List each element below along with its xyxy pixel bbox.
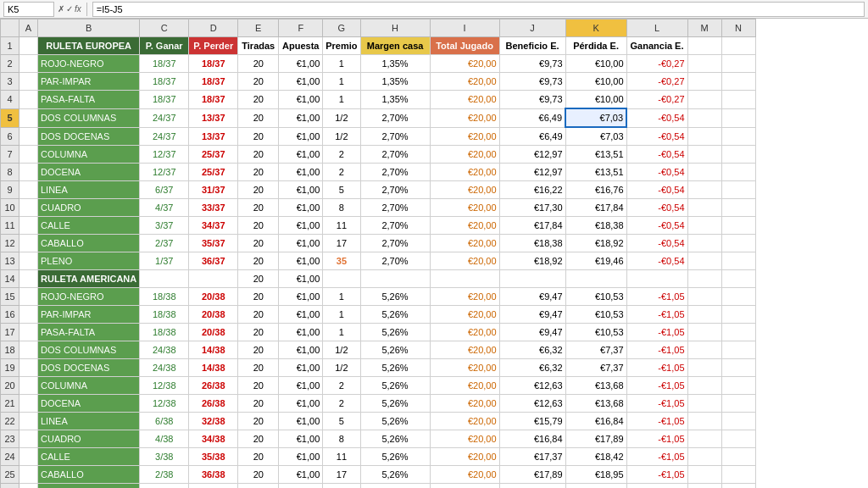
cell-n6[interactable]: [721, 127, 755, 146]
cell-b6[interactable]: DOS DOCENAS: [38, 127, 140, 146]
col-header-d[interactable]: D: [189, 19, 238, 37]
cell-d16[interactable]: 20/38: [189, 306, 238, 324]
cell-d3[interactable]: 18/37: [189, 73, 238, 91]
cell-d6[interactable]: 13/37: [189, 127, 238, 146]
cell-m23[interactable]: [687, 430, 721, 448]
cell-a18[interactable]: [19, 341, 38, 359]
cell-k23[interactable]: €17,89: [565, 430, 626, 448]
cell-n25[interactable]: [721, 466, 755, 484]
cell-j8[interactable]: €12,97: [499, 164, 565, 181]
cell-a7[interactable]: [19, 146, 38, 164]
cell-e4[interactable]: 20: [238, 91, 279, 109]
cell-f17[interactable]: €1,00: [279, 324, 323, 341]
cell-l6[interactable]: -€0,54: [626, 127, 687, 146]
cell-j22[interactable]: €15,79: [499, 413, 565, 430]
cell-e11[interactable]: 20: [238, 217, 279, 235]
cell-m26[interactable]: [687, 484, 721, 489]
cell-j12[interactable]: €18,38: [499, 235, 565, 252]
cell-l2[interactable]: -€0,27: [626, 55, 687, 73]
cell-g15[interactable]: 1: [323, 288, 360, 306]
cell-j9[interactable]: €16,22: [499, 181, 565, 199]
cell-c22[interactable]: 6/38: [140, 413, 189, 430]
cell-c2[interactable]: 18/37: [140, 55, 189, 73]
cell-h19[interactable]: 5,26%: [360, 359, 430, 377]
cell-d18[interactable]: 14/38: [189, 341, 238, 359]
cell-a17[interactable]: [19, 324, 38, 341]
cell-k4[interactable]: €10,00: [565, 91, 626, 109]
cell-c5[interactable]: 24/37: [140, 108, 189, 127]
cell-b25[interactable]: CABALLO: [38, 466, 140, 484]
cancel-formula-icon[interactable]: ✗: [58, 4, 64, 14]
cell-a11[interactable]: [19, 217, 38, 235]
cell-g10[interactable]: 8: [323, 199, 360, 217]
cell-n20[interactable]: [721, 377, 755, 395]
col-header-a[interactable]: A: [19, 19, 38, 37]
cell-l17[interactable]: -€1,05: [626, 324, 687, 341]
cell-i3[interactable]: €20,00: [430, 73, 499, 91]
cell-n10[interactable]: [721, 199, 755, 217]
cell-k7[interactable]: €13,51: [565, 146, 626, 164]
cell-d21[interactable]: 26/38: [189, 395, 238, 413]
cell-c10[interactable]: 4/37: [140, 199, 189, 217]
cell-k2[interactable]: €10,00: [565, 55, 626, 73]
cell-c19[interactable]: 24/38: [140, 359, 189, 377]
cell-m15[interactable]: [687, 288, 721, 306]
cell-c12[interactable]: 2/37: [140, 235, 189, 252]
cell-a14[interactable]: [19, 270, 38, 288]
cell-h24[interactable]: 5,26%: [360, 448, 430, 466]
cell-l24[interactable]: -€1,05: [626, 448, 687, 466]
cell-b21[interactable]: DOCENA: [38, 395, 140, 413]
cell-g24[interactable]: 11: [323, 448, 360, 466]
cell-h7[interactable]: 2,70%: [360, 146, 430, 164]
cell-j2[interactable]: €9,73: [499, 55, 565, 73]
cell-j3[interactable]: €9,73: [499, 73, 565, 91]
cell-i6[interactable]: €20,00: [430, 127, 499, 146]
cell-n23[interactable]: [721, 430, 755, 448]
cell-i18[interactable]: €20,00: [430, 341, 499, 359]
cell-b15[interactable]: ROJO-NEGRO: [38, 288, 140, 306]
cell-h15[interactable]: 5,26%: [360, 288, 430, 306]
col-header-j[interactable]: J: [499, 19, 565, 37]
cell-i11[interactable]: €20,00: [430, 217, 499, 235]
cell-j18[interactable]: €6,32: [499, 341, 565, 359]
cell-a5[interactable]: [19, 108, 38, 127]
cell-m16[interactable]: [687, 306, 721, 324]
cell-n13[interactable]: [721, 252, 755, 270]
cell-i13[interactable]: €20,00: [430, 252, 499, 270]
cell-d25[interactable]: 36/38: [189, 466, 238, 484]
cell-c16[interactable]: 18/38: [140, 306, 189, 324]
cell-m24[interactable]: [687, 448, 721, 466]
cell-d20[interactable]: 26/38: [189, 377, 238, 395]
cell-d23[interactable]: 34/38: [189, 430, 238, 448]
col-header-i[interactable]: I: [430, 19, 499, 37]
cell-a24[interactable]: [19, 448, 38, 466]
cell-c13[interactable]: 1/37: [140, 252, 189, 270]
cell-f26[interactable]: €1,00: [279, 484, 323, 489]
cell-a6[interactable]: [19, 127, 38, 146]
cell-g20[interactable]: 2: [323, 377, 360, 395]
cell-b20[interactable]: COLUMNA: [38, 377, 140, 395]
cell-b1[interactable]: RULETA EUROPEA: [38, 37, 140, 55]
cell-n22[interactable]: [721, 413, 755, 430]
cell-k10[interactable]: €17,84: [565, 199, 626, 217]
cell-m8[interactable]: [687, 164, 721, 181]
cell-g17[interactable]: 1: [323, 324, 360, 341]
cell-b10[interactable]: CUADRO: [38, 199, 140, 217]
col-header-g[interactable]: G: [323, 19, 360, 37]
cell-j4[interactable]: €9,73: [499, 91, 565, 109]
cell-f22[interactable]: €1,00: [279, 413, 323, 430]
cell-c11[interactable]: 3/37: [140, 217, 189, 235]
cell-e15[interactable]: 20: [238, 288, 279, 306]
cell-f10[interactable]: €1,00: [279, 199, 323, 217]
cell-c1[interactable]: P. Ganar: [140, 37, 189, 55]
cell-n14[interactable]: [721, 270, 755, 288]
cell-l12[interactable]: -€0,54: [626, 235, 687, 252]
cell-k25[interactable]: €18,95: [565, 466, 626, 484]
cell-l19[interactable]: -€1,05: [626, 359, 687, 377]
cell-k21[interactable]: €13,68: [565, 395, 626, 413]
cell-b4[interactable]: PASA-FALTA: [38, 91, 140, 109]
cell-n21[interactable]: [721, 395, 755, 413]
cell-m14[interactable]: [687, 270, 721, 288]
cell-m25[interactable]: [687, 466, 721, 484]
cell-l26[interactable]: -€1,05: [626, 484, 687, 489]
